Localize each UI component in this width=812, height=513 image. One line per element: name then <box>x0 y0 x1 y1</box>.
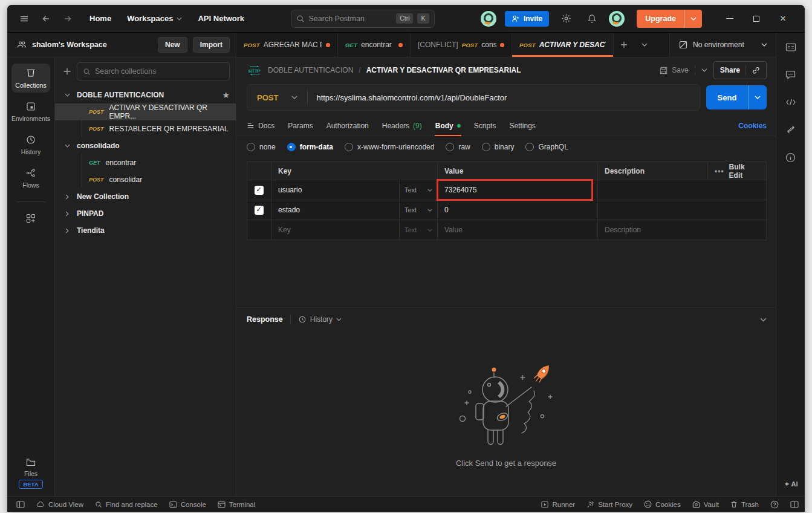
request-activar-y-desactivar[interactable]: POST ACTIVAR Y DESACTIVAR QR EMPR... <box>55 103 236 120</box>
key-cell[interactable]: usuario <box>271 180 400 200</box>
key-cell-placeholder[interactable]: Key <box>271 220 400 240</box>
save-button[interactable]: Save <box>659 66 688 75</box>
global-search-input[interactable]: Search Postman Ctrl K <box>291 10 435 28</box>
new-tab-button[interactable] <box>614 33 634 57</box>
link-icon[interactable] <box>752 66 760 74</box>
environment-quick-look-icon[interactable] <box>785 42 796 52</box>
send-button[interactable]: Send <box>706 85 749 109</box>
chevron-down-icon[interactable] <box>62 93 72 97</box>
toggle-sidebar-icon[interactable] <box>16 501 25 508</box>
back-arrow-icon[interactable] <box>37 10 54 27</box>
nav-home[interactable]: Home <box>89 14 111 23</box>
related-requests-icon[interactable] <box>786 125 796 134</box>
import-button[interactable]: Import <box>193 37 230 53</box>
chevron-right-icon[interactable] <box>62 211 72 217</box>
upgrade-dropdown-button[interactable] <box>685 10 702 28</box>
chevron-right-icon[interactable] <box>62 194 72 200</box>
value-cell-highlighted[interactable]: 73264075 <box>438 180 598 200</box>
info-icon[interactable] <box>785 152 796 163</box>
trash-button[interactable]: Trash <box>730 500 759 508</box>
request-consolidar[interactable]: POST consolidar <box>55 171 236 188</box>
close-button[interactable]: × <box>770 5 796 32</box>
tab-scripts[interactable]: Scripts <box>467 116 503 136</box>
mode-x-www-form-urlencoded[interactable]: x-www-form-urlencoded <box>345 143 434 151</box>
tab-authorization[interactable]: Authorization <box>320 116 375 136</box>
search-collections-input[interactable]: Search collections <box>77 62 230 80</box>
start-proxy-button[interactable]: Start Proxy <box>586 500 632 508</box>
environment-selector[interactable]: No environment <box>669 33 776 57</box>
tab-agregar-mac-pinp[interactable]: POST AGREGAR MAC PINP <box>236 33 338 57</box>
invite-button[interactable]: Invite <box>505 11 549 27</box>
code-snippet-icon[interactable] <box>785 98 796 106</box>
request-encontrar[interactable]: GET encontrar <box>55 154 236 171</box>
mode-form-data[interactable]: form-data <box>287 143 333 151</box>
collapse-response-chevron[interactable] <box>760 318 767 322</box>
new-button[interactable]: New <box>158 37 187 53</box>
add-collection-button[interactable] <box>62 67 72 76</box>
help-icon[interactable] <box>770 500 779 509</box>
chevron-down-icon[interactable] <box>62 144 72 148</box>
method-selector[interactable]: POST <box>247 93 307 102</box>
upgrade-button[interactable]: Upgrade <box>637 10 685 28</box>
send-dropdown-button[interactable] <box>749 85 767 109</box>
value-cell-placeholder[interactable]: Value <box>438 220 598 240</box>
mode-raw[interactable]: raw <box>446 143 470 151</box>
collection-tiendita[interactable]: Tiendita <box>55 222 236 239</box>
console-button[interactable]: Console <box>169 501 206 508</box>
sidebar-item-collections[interactable]: Collections <box>11 64 50 93</box>
collection-pinpad[interactable]: PINPAD <box>55 205 236 222</box>
tab-conflict-consolidar[interactable]: [CONFLICT] POST consoli <box>411 33 512 57</box>
description-cell-placeholder[interactable]: Description <box>598 220 766 240</box>
settings-gear-icon[interactable] <box>557 10 575 27</box>
mode-graphql[interactable]: GraphQL <box>525 143 568 151</box>
breadcrumb-collection[interactable]: DOBLE AUTENTICACION <box>268 66 353 74</box>
comments-icon[interactable] <box>785 70 796 80</box>
notifications-bell-icon[interactable] <box>583 10 600 27</box>
sidebar-item-history[interactable]: History <box>11 130 50 159</box>
type-dropdown[interactable]: Text <box>400 180 438 200</box>
forward-arrow-icon[interactable] <box>59 10 76 27</box>
type-dropdown[interactable]: Text <box>400 220 438 240</box>
workspace-name[interactable]: shalom's Workspace <box>32 41 152 49</box>
tab-activar-y-desactivar-active[interactable]: POST ACTIVAR Y DESACTIV <box>512 33 614 57</box>
maximize-button[interactable] <box>743 5 770 32</box>
description-cell[interactable] <box>598 200 766 220</box>
team-avatar[interactable] <box>481 11 496 27</box>
collection-doble-autenticacion[interactable]: DOBLE AUTENTICACION ★ <box>55 87 236 103</box>
chevron-right-icon[interactable] <box>62 228 72 234</box>
sidebar-item-flows[interactable]: Flows <box>11 163 50 192</box>
tab-encontrar[interactable]: GET encontrar <box>338 33 411 57</box>
cookies-link[interactable]: Cookies <box>738 116 767 136</box>
checkbox-checked[interactable] <box>255 186 264 195</box>
hamburger-menu-icon[interactable] <box>16 10 33 27</box>
terminal-button[interactable]: Terminal <box>218 501 255 508</box>
breadcrumb-request-name[interactable]: ACTIVAR Y DESACTIVAR QR EMPRESARIAL <box>366 66 521 74</box>
vault-button[interactable]: Vault <box>692 500 719 508</box>
sidebar-item-more-blocks[interactable] <box>11 209 50 227</box>
minimize-button[interactable] <box>716 5 743 32</box>
tab-params[interactable]: Params <box>281 116 319 136</box>
sidebar-item-environments[interactable]: Environments <box>11 97 50 126</box>
response-history-dropdown[interactable]: History <box>298 315 342 324</box>
sidebar-item-files[interactable]: Files BETA <box>19 457 42 489</box>
split-layout-icon[interactable] <box>790 501 799 508</box>
more-options-icon[interactable]: ••• <box>715 167 724 175</box>
tab-body[interactable]: Body <box>429 116 467 136</box>
share-button[interactable]: Share <box>713 61 767 79</box>
tab-settings[interactable]: Settings <box>502 116 542 136</box>
key-cell[interactable]: estado <box>271 200 400 220</box>
collection-consolidado[interactable]: consolidado <box>55 137 236 154</box>
mode-binary[interactable]: binary <box>482 143 515 151</box>
request-restablecer-qr[interactable]: POST RESTABLECER QR EMPRESARIAL <box>55 120 236 137</box>
collection-new-collection[interactable]: New Collection <box>55 188 236 205</box>
runner-button[interactable]: Runner <box>541 501 575 508</box>
cloud-view-button[interactable]: Cloud View <box>36 501 83 508</box>
description-cell[interactable] <box>598 180 766 200</box>
tab-docs[interactable]: Docs <box>247 116 281 136</box>
nav-workspaces[interactable]: Workspaces <box>127 14 182 23</box>
checkbox-checked[interactable] <box>255 206 264 215</box>
cookies-button[interactable]: Cookies <box>644 500 681 508</box>
mode-none[interactable]: none <box>247 143 276 151</box>
find-and-replace-button[interactable]: Find and replace <box>95 501 158 508</box>
nav-api-network[interactable]: API Network <box>198 14 244 23</box>
